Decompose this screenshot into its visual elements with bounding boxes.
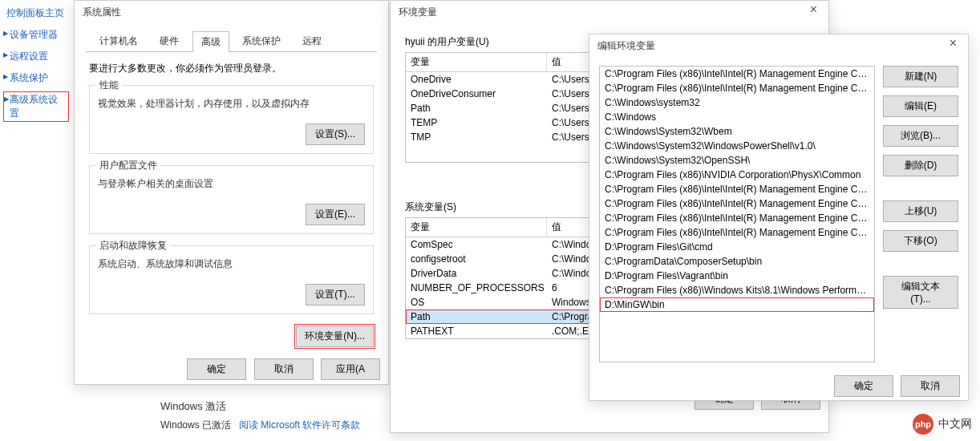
- edit-text-button[interactable]: 编辑文本(T)...: [883, 276, 958, 309]
- cp-home-link[interactable]: 控制面板主页: [3, 5, 69, 22]
- title-text: 环境变量: [399, 6, 437, 18]
- sidebar-item-remote[interactable]: 远程设置: [3, 48, 69, 65]
- tab-computername[interactable]: 计算机名: [91, 30, 147, 51]
- site-logo: php 中文网: [913, 414, 972, 435]
- tab-hardware[interactable]: 硬件: [151, 30, 188, 51]
- hdr-var: 变量: [406, 53, 547, 71]
- list-item[interactable]: C:\Program Files (x86)\Intel\Intel(R) Ma…: [600, 211, 874, 225]
- tab-advanced[interactable]: 高级: [192, 31, 229, 52]
- new-button[interactable]: 新建(N): [883, 66, 958, 87]
- tab-protection[interactable]: 系统保护: [233, 30, 290, 51]
- group-label: 性能: [96, 79, 122, 92]
- dialog-buttons: 确定 取消 应用(A: [75, 354, 388, 388]
- cell-name: OS: [406, 296, 547, 309]
- performance-settings-button[interactable]: 设置(S)...: [306, 123, 365, 145]
- cell-name: ComSpec: [406, 238, 547, 251]
- apply-button[interactable]: 应用(A: [321, 358, 380, 380]
- list-item[interactable]: D:\Program Files\Vagrant\bin: [600, 269, 874, 283]
- edit-env-variable-dialog: 编辑环境变量 × C:\Program Files (x86)\Intel\In…: [589, 34, 969, 401]
- title-text: 编辑环境变量: [597, 40, 655, 51]
- cell-name: TMP: [406, 131, 547, 144]
- cell-name: PATHEXT: [406, 325, 547, 338]
- activation-status: Windows 已激活: [160, 419, 231, 431]
- title-text: 系统属性: [83, 6, 121, 18]
- group-userprofile: 用户配置文件 与登录帐户相关的桌面设置 设置(E)...: [89, 165, 374, 234]
- cancel-button[interactable]: 取消: [254, 358, 314, 380]
- control-panel-sidebar: 控制面板主页 设备管理器 远程设置 系统保护 高级系统设置: [0, 0, 72, 127]
- cell-name: configsetroot: [406, 253, 547, 265]
- side-buttons: 新建(N) 编辑(E) 浏览(B)... 删除(D) 上移(U) 下移(O) 编…: [883, 66, 958, 362]
- close-icon[interactable]: ×: [943, 36, 963, 51]
- move-up-button[interactable]: 上移(U): [883, 200, 958, 222]
- list-item[interactable]: C:\Program Files (x86)\Intel\Intel(R) Ma…: [600, 182, 874, 196]
- userprofile-settings-button[interactable]: 设置(E)...: [306, 204, 365, 225]
- path-list[interactable]: C:\Program Files (x86)\Intel\Intel(R) Ma…: [599, 66, 875, 362]
- list-item[interactable]: C:\Windows\System32\Wbem: [600, 124, 874, 139]
- list-item[interactable]: C:\Program Files (x86)\Windows Kits\8.1\…: [600, 283, 874, 297]
- list-item[interactable]: C:\Program Files (x86)\Intel\Intel(R) Ma…: [600, 225, 874, 240]
- group-desc: 视觉效果，处理器计划，内存使用，以及虚拟内存: [98, 97, 365, 111]
- ok-button[interactable]: 确定: [187, 358, 246, 380]
- system-properties-dialog: 系统属性 计算机名 硬件 高级 系统保护 远程 要进行大多数更改，你必须作为管理…: [74, 0, 389, 385]
- list-item[interactable]: C:\Program Files (x86)\Intel\Intel(R) Ma…: [600, 67, 874, 81]
- cancel-button[interactable]: 取消: [901, 375, 960, 397]
- startup-settings-button[interactable]: 设置(T)...: [306, 284, 365, 305]
- list-item[interactable]: D:\MinGW\bin: [600, 297, 874, 312]
- move-down-button[interactable]: 下移(O): [883, 230, 958, 252]
- cell-name: TEMP: [406, 116, 547, 129]
- cell-name: OneDrive: [406, 73, 547, 86]
- dialog-title: 环境变量 ×: [391, 1, 828, 24]
- group-label: 启动和故障恢复: [96, 239, 170, 253]
- sidebar-item-advanced[interactable]: 高级系统设置: [3, 91, 69, 122]
- activation-heading: Windows 激活: [160, 399, 360, 414]
- browse-button[interactable]: 浏览(B)...: [883, 125, 958, 147]
- group-desc: 与登录帐户相关的桌面设置: [98, 177, 365, 191]
- list-item[interactable]: C:\Program Files (x86)\Intel\Intel(R) Ma…: [600, 81, 874, 95]
- admin-note: 要进行大多数更改，你必须作为管理员登录。: [89, 62, 374, 75]
- ok-button[interactable]: 确定: [834, 375, 893, 397]
- list-item[interactable]: C:\Program Files (x86)\Intel\Intel(R) Ma…: [600, 196, 874, 211]
- cell-name: DriverData: [406, 267, 547, 280]
- sidebar-item-protection[interactable]: 系统保护: [3, 70, 69, 87]
- tab-bar: 计算机名 硬件 高级 系统保护 远程: [86, 30, 377, 52]
- activation-section: Windows 激活 Windows 已激活 阅读 Microsoft 软件许可…: [160, 399, 360, 432]
- env-variables-button[interactable]: 环境变量(N)...: [296, 326, 374, 347]
- cell-name: NUMBER_OF_PROCESSORS: [406, 281, 547, 294]
- group-startup: 启动和故障恢复 系统启动、系统故障和调试信息 设置(T)...: [89, 245, 374, 314]
- list-item[interactable]: C:\Windows: [600, 110, 874, 124]
- tab-remote[interactable]: 远程: [294, 30, 330, 51]
- cell-name: Path: [406, 310, 547, 323]
- list-item[interactable]: C:\Windows\system32: [600, 95, 874, 110]
- group-desc: 系统启动、系统故障和调试信息: [98, 257, 365, 271]
- cell-name: Path: [406, 102, 547, 115]
- close-icon[interactable]: ×: [804, 2, 824, 17]
- list-item[interactable]: C:\Windows\System32\WindowsPowerShell\v1…: [600, 139, 874, 153]
- dialog-buttons: 确定 取消: [589, 370, 968, 405]
- group-label: 用户配置文件: [96, 159, 160, 172]
- logo-text: 中文网: [938, 417, 972, 431]
- delete-button[interactable]: 删除(D): [883, 155, 958, 176]
- dialog-title: 系统属性: [75, 1, 388, 24]
- logo-icon: php: [913, 414, 933, 435]
- list-item[interactable]: C:\ProgramData\ComposerSetup\bin: [600, 254, 874, 269]
- cell-name: OneDriveConsumer: [406, 87, 547, 100]
- hdr-var: 变量: [406, 218, 547, 237]
- list-item[interactable]: C:\Program Files (x86)\NVIDIA Corporatio…: [600, 168, 874, 182]
- group-performance: 性能 视觉效果，处理器计划，内存使用，以及虚拟内存 设置(S)...: [89, 85, 374, 154]
- edit-button[interactable]: 编辑(E): [883, 95, 958, 117]
- list-item[interactable]: D:\Program Files\Git\cmd: [600, 240, 874, 254]
- license-link[interactable]: 阅读 Microsoft 软件许可条款: [239, 419, 360, 431]
- list-item[interactable]: C:\Windows\System32\OpenSSH\: [600, 153, 874, 168]
- dialog-title: 编辑环境变量 ×: [589, 34, 968, 58]
- sidebar-item-device-manager[interactable]: 设备管理器: [3, 26, 69, 43]
